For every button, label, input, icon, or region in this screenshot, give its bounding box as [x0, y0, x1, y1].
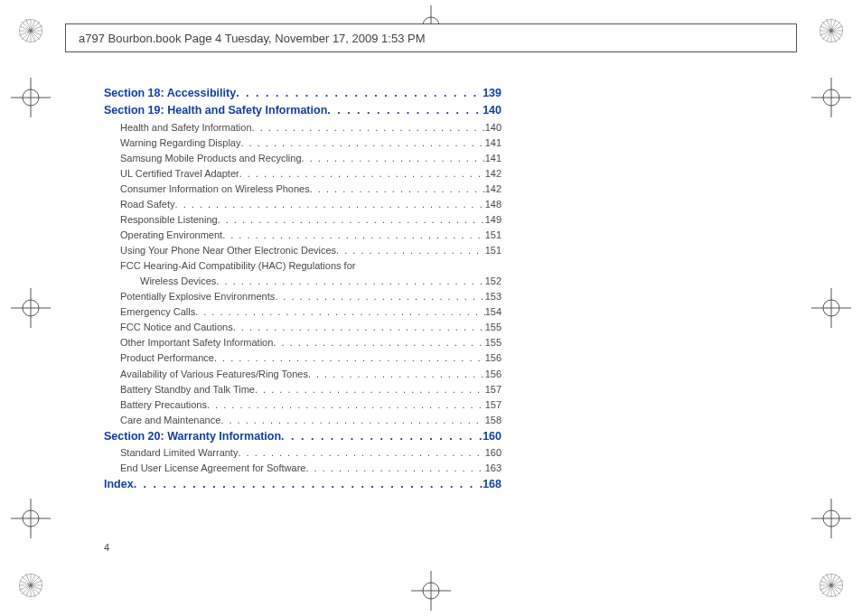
- toc-entry-label: Responsible Listening: [120, 212, 218, 228]
- toc-entry: Road Safety . . . . . . . . . . . . . . …: [104, 197, 501, 212]
- toc-section-label: Section 19: Health and Safety Informatio…: [104, 102, 327, 119]
- toc-entry-page: 140: [485, 120, 501, 135]
- toc-entry-label: Other Important Safety Information: [120, 335, 273, 350]
- toc-leader-dots: . . . . . . . . . . . . . . . . . . . . …: [222, 228, 485, 243]
- toc-entry: Battery Standby and Talk Time . . . . . …: [104, 382, 501, 397]
- toc-entry-page: 157: [485, 382, 501, 397]
- toc-entry-label: Emergency Calls: [120, 304, 195, 320]
- toc-entry: Warning Regarding Display . . . . . . . …: [104, 135, 501, 151]
- registration-mark-icon: [811, 78, 851, 117]
- rosette-icon: [18, 18, 43, 43]
- toc-entry-page: 151: [485, 243, 501, 258]
- toc-entry-page: 158: [485, 413, 501, 428]
- toc-entry-page: 151: [485, 228, 501, 243]
- page-number: 4: [104, 542, 109, 553]
- toc-entry: End User License Agreement for Software …: [104, 461, 501, 476]
- toc-entry: Responsible Listening . . . . . . . . . …: [104, 212, 501, 228]
- toc-section-label: Section 18: Accessibility: [104, 85, 236, 102]
- document-header: a797 Bourbon.book Page 4 Tuesday, Novemb…: [65, 23, 797, 52]
- toc-leader-dots: . . . . . . . . . . . . . . . . . . . . …: [207, 397, 485, 413]
- toc-entry: Other Important Safety Information . . .…: [104, 335, 501, 350]
- toc-section-heading: Index . . . . . . . . . . . . . . . . . …: [104, 476, 501, 493]
- table-of-contents: Section 18: Accessibility . . . . . . . …: [104, 85, 501, 494]
- toc-entry-page: 153: [485, 289, 501, 304]
- header-text: a797 Bourbon.book Page 4 Tuesday, Novemb…: [79, 32, 426, 45]
- toc-section-heading: Section 20: Warranty Information . . . .…: [104, 428, 501, 445]
- toc-entry: Potentially Explosive Environments . . .…: [104, 289, 501, 304]
- toc-entry-page: 152: [485, 274, 501, 289]
- toc-entry-label: Product Performance: [120, 350, 214, 366]
- toc-section-page: 160: [483, 428, 501, 445]
- toc-entry: Product Performance . . . . . . . . . . …: [104, 350, 501, 366]
- toc-leader-dots: . . . . . . . . . . . . . . . . . . . . …: [336, 243, 485, 258]
- toc-entry: Health and Safety Information . . . . . …: [104, 120, 501, 135]
- toc-entry-page: 163: [485, 461, 501, 476]
- toc-entry: Standard Limited Warranty . . . . . . . …: [104, 445, 501, 461]
- toc-entry-label: Standard Limited Warranty: [120, 445, 238, 461]
- toc-entry-label: Consumer Information on Wireless Phones: [120, 182, 310, 197]
- toc-leader-dots: . . . . . . . . . . . . . . . . . . . . …: [134, 476, 483, 493]
- registration-mark-icon: [11, 78, 51, 117]
- toc-entry: FCC Notice and Cautions . . . . . . . . …: [104, 320, 501, 335]
- toc-entry-label: End User License Agreement for Software: [120, 461, 305, 476]
- toc-leader-dots: . . . . . . . . . . . . . . . . . . . . …: [308, 367, 485, 382]
- toc-leader-dots: . . . . . . . . . . . . . . . . . . . . …: [214, 350, 485, 366]
- toc-entry-page: 142: [485, 182, 501, 197]
- toc-entry-label: Wireless Devices: [140, 274, 216, 289]
- toc-entry-page: 160: [485, 445, 501, 461]
- toc-entry: Availability of Various Features/Ring To…: [104, 367, 501, 382]
- toc-entry-label: Battery Precautions: [120, 397, 207, 413]
- toc-leader-dots: . . . . . . . . . . . . . . . . . . . . …: [239, 166, 485, 182]
- toc-leader-dots: . . . . . . . . . . . . . . . . . . . . …: [302, 151, 485, 166]
- toc-leader-dots: . . . . . . . . . . . . . . . . . . . . …: [327, 102, 483, 119]
- toc-entry-label: Samsung Mobile Products and Recycling: [120, 151, 302, 166]
- rosette-icon: [819, 18, 844, 43]
- toc-leader-dots: . . . . . . . . . . . . . . . . . . . . …: [275, 289, 484, 304]
- toc-entry-page: 157: [485, 397, 501, 413]
- toc-entry-page: 154: [485, 304, 501, 320]
- toc-entry-page: 141: [485, 151, 501, 166]
- toc-entry-page: 149: [485, 212, 501, 228]
- toc-entry: Consumer Information on Wireless Phones …: [104, 182, 501, 197]
- toc-leader-dots: . . . . . . . . . . . . . . . . . . . . …: [252, 120, 485, 135]
- toc-leader-dots: . . . . . . . . . . . . . . . . . . . . …: [310, 182, 485, 197]
- toc-leader-dots: . . . . . . . . . . . . . . . . . . . . …: [236, 85, 483, 102]
- toc-entry-page: 142: [485, 166, 501, 182]
- toc-entry: Care and Maintenance . . . . . . . . . .…: [104, 413, 501, 428]
- registration-mark-icon: [811, 288, 851, 328]
- toc-leader-dots: . . . . . . . . . . . . . . . . . . . . …: [305, 461, 484, 476]
- toc-entry-label: Availability of Various Features/Ring To…: [120, 367, 308, 382]
- toc-entry-label: Battery Standby and Talk Time: [120, 382, 255, 397]
- toc-entry-page: 141: [485, 135, 501, 151]
- rosette-icon: [18, 573, 43, 598]
- toc-entry-label: Road Safety: [120, 197, 175, 212]
- toc-entry-page: 156: [485, 350, 501, 366]
- toc-entry: Samsung Mobile Products and Recycling . …: [104, 151, 501, 166]
- toc-leader-dots: . . . . . . . . . . . . . . . . . . . . …: [255, 382, 485, 397]
- toc-entry: FCC Hearing-Aid Compatibility (HAC) Regu…: [104, 258, 501, 274]
- toc-leader-dots: . . . . . . . . . . . . . . . . . . . . …: [241, 135, 485, 151]
- toc-entry-label: Warning Regarding Display: [120, 135, 241, 151]
- rosette-icon: [819, 573, 844, 598]
- toc-leader-dots: . . . . . . . . . . . . . . . . . . . . …: [220, 413, 484, 428]
- toc-entry-label: FCC Hearing-Aid Compatibility (HAC) Regu…: [120, 258, 355, 274]
- registration-mark-icon: [11, 499, 51, 538]
- toc-section-page: 140: [483, 102, 501, 119]
- registration-mark-icon: [811, 499, 851, 538]
- toc-leader-dots: . . . . . . . . . . . . . . . . . . . . …: [218, 212, 485, 228]
- toc-entry-page: 148: [485, 197, 501, 212]
- toc-entry-label: Using Your Phone Near Other Electronic D…: [120, 243, 336, 258]
- toc-entry-continuation: Wireless Devices . . . . . . . . . . . .…: [104, 274, 501, 289]
- toc-entry-label: Potentially Explosive Environments: [120, 289, 275, 304]
- toc-section-heading: Section 18: Accessibility . . . . . . . …: [104, 85, 501, 102]
- toc-leader-dots: . . . . . . . . . . . . . . . . . . . . …: [195, 304, 485, 320]
- toc-leader-dots: . . . . . . . . . . . . . . . . . . . . …: [216, 274, 484, 289]
- toc-entry: Battery Precautions . . . . . . . . . . …: [104, 397, 501, 413]
- toc-entry-label: Care and Maintenance: [120, 413, 220, 428]
- registration-mark-icon: [11, 288, 51, 328]
- toc-section-label: Index: [104, 476, 134, 493]
- toc-entry: UL Certified Travel Adapter . . . . . . …: [104, 166, 501, 182]
- toc-section-page: 168: [483, 476, 501, 493]
- toc-entry-label: Operating Environment: [120, 228, 222, 243]
- toc-leader-dots: . . . . . . . . . . . . . . . . . . . . …: [175, 197, 485, 212]
